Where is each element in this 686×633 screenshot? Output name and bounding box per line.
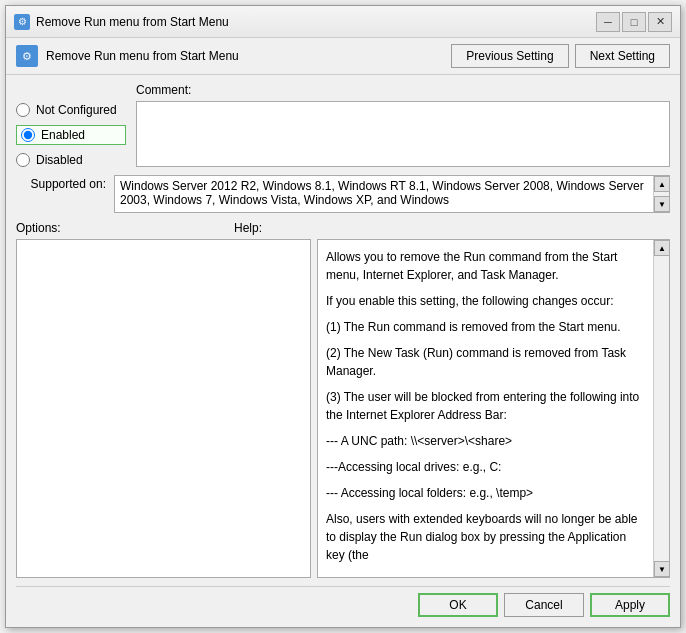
supported-scrollbar[interactable]: ▲ ▼ — [653, 176, 669, 212]
help-para-3: (1) The Run command is removed from the … — [326, 318, 647, 336]
toolbar: ⚙ Remove Run menu from Start Menu Previo… — [6, 38, 680, 75]
toolbar-buttons: Previous Setting Next Setting — [451, 44, 670, 68]
content-area: Not Configured Enabled Disabled Comment:… — [6, 75, 680, 627]
supported-value: Windows Server 2012 R2, Windows 8.1, Win… — [120, 179, 664, 207]
help-label: Help: — [234, 221, 670, 235]
radio-enabled-input[interactable] — [21, 128, 35, 142]
help-panel: Allows you to remove the Run command fro… — [317, 239, 670, 578]
main-window: ⚙ Remove Run menu from Start Menu ─ □ ✕ … — [5, 5, 681, 628]
help-para-7: ---Accessing local drives: e.g., C: — [326, 458, 647, 476]
disabled-label: Disabled — [36, 153, 83, 167]
toolbar-left: ⚙ Remove Run menu from Start Menu — [16, 45, 239, 67]
next-setting-button[interactable]: Next Setting — [575, 44, 670, 68]
radio-disabled-input[interactable] — [16, 153, 30, 167]
panels-row: Allows you to remove the Run command fro… — [16, 239, 670, 578]
title-controls: ─ □ ✕ — [596, 12, 672, 32]
help-scroll-up[interactable]: ▲ — [654, 240, 670, 256]
help-para-6: --- A UNC path: \\<server>\<share> — [326, 432, 647, 450]
close-button[interactable]: ✕ — [648, 12, 672, 32]
not-configured-label: Not Configured — [36, 103, 117, 117]
comment-textarea[interactable] — [136, 101, 670, 167]
help-para-1: Allows you to remove the Run command fro… — [326, 248, 647, 284]
minimize-button[interactable]: ─ — [596, 12, 620, 32]
scroll-down-arrow[interactable]: ▼ — [654, 196, 670, 212]
radio-group: Not Configured Enabled Disabled — [16, 83, 126, 167]
comment-label: Comment: — [136, 83, 670, 97]
help-para-2: If you enable this setting, the followin… — [326, 292, 647, 310]
title-bar: ⚙ Remove Run menu from Start Menu ─ □ ✕ — [6, 6, 680, 38]
help-text-content: Allows you to remove the Run command fro… — [318, 240, 669, 577]
window-title: Remove Run menu from Start Menu — [36, 15, 229, 29]
options-help-labels: Options: Help: — [16, 221, 670, 235]
cancel-button[interactable]: Cancel — [504, 593, 584, 617]
top-section: Not Configured Enabled Disabled Comment: — [16, 83, 670, 167]
help-scrollbar[interactable]: ▲ ▼ — [653, 240, 669, 577]
title-bar-left: ⚙ Remove Run menu from Start Menu — [14, 14, 229, 30]
options-label: Options: — [16, 221, 234, 235]
help-para-5: (3) The user will be blocked from enteri… — [326, 388, 647, 424]
help-scroll-down[interactable]: ▼ — [654, 561, 670, 577]
radio-enabled[interactable]: Enabled — [16, 125, 126, 145]
bottom-buttons: OK Cancel Apply — [16, 586, 670, 619]
radio-not-configured[interactable]: Not Configured — [16, 103, 126, 117]
help-para-9: Also, users with extended keyboards will… — [326, 510, 647, 564]
comment-section: Comment: — [136, 83, 670, 167]
toolbar-title: Remove Run menu from Start Menu — [46, 49, 239, 63]
options-panel — [16, 239, 311, 578]
apply-button[interactable]: Apply — [590, 593, 670, 617]
radio-disabled[interactable]: Disabled — [16, 153, 126, 167]
supported-box: Windows Server 2012 R2, Windows 8.1, Win… — [114, 175, 670, 213]
supported-label: Supported on: — [16, 175, 106, 191]
enabled-label: Enabled — [41, 128, 85, 142]
toolbar-icon: ⚙ — [16, 45, 38, 67]
previous-setting-button[interactable]: Previous Setting — [451, 44, 568, 68]
ok-button[interactable]: OK — [418, 593, 498, 617]
help-para-8: --- Accessing local folders: e.g., \temp… — [326, 484, 647, 502]
maximize-button[interactable]: □ — [622, 12, 646, 32]
scroll-up-arrow[interactable]: ▲ — [654, 176, 670, 192]
supported-row: Supported on: Windows Server 2012 R2, Wi… — [16, 175, 670, 213]
help-para-4: (2) The New Task (Run) command is remove… — [326, 344, 647, 380]
radio-not-configured-input[interactable] — [16, 103, 30, 117]
window-icon: ⚙ — [14, 14, 30, 30]
